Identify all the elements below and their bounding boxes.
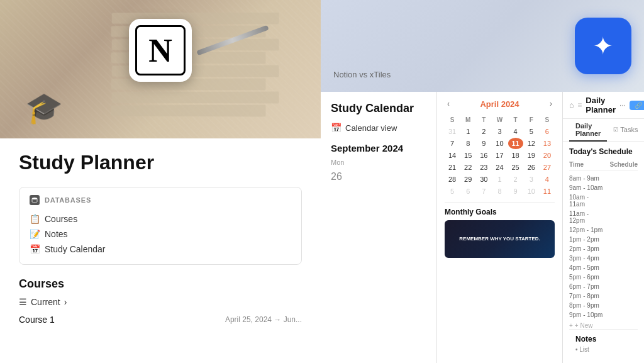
cal-cell[interactable]: 2 (476, 126, 491, 137)
chevron-down-icon: › (64, 297, 67, 307)
databases-section: DATABASES 📋 Courses 📝 Notes 📅 Study Cale… (19, 187, 302, 265)
cal-cell[interactable]: 8 (492, 186, 507, 197)
schedule-row[interactable]: 7pm - 8pm (569, 291, 638, 301)
cal-cell[interactable]: 9 (508, 186, 523, 197)
cal-header-fri: F (524, 114, 539, 125)
cal-cell[interactable]: 10 (492, 138, 507, 149)
cal-cell[interactable]: 5 (524, 126, 539, 137)
cal-cell[interactable]: 12 (524, 138, 539, 149)
cal-cell[interactable]: 3 (492, 126, 507, 137)
cal-header-sat: S (540, 114, 555, 125)
cal-cell[interactable]: 7 (476, 186, 491, 197)
tab-tasks-label: Tasks (620, 126, 638, 133)
cal-cell[interactable]: 29 (460, 174, 475, 185)
cal-cell[interactable]: 11 (540, 186, 555, 197)
time-slot: 4pm - 5pm (569, 264, 604, 271)
cal-cell[interactable]: 4 (540, 174, 555, 185)
time-slot: 7pm - 8pm (569, 293, 604, 299)
cal-cell[interactable]: 6 (460, 186, 475, 197)
cal-cell[interactable]: 6 (540, 126, 555, 137)
course-item[interactable]: Course 1 April 25, 2024 → Jun... (19, 312, 302, 327)
cal-cell[interactable]: 7 (445, 138, 460, 149)
schedule-row[interactable]: 5pm - 6pm (569, 272, 638, 282)
cal-cell[interactable]: 28 (445, 174, 460, 185)
cal-cell[interactable]: 24 (492, 162, 507, 173)
list-icon: ☰ (19, 297, 27, 307)
cal-cell[interactable]: 5 (445, 186, 460, 197)
cal-cell[interactable]: 20 (540, 150, 555, 161)
schedule-row[interactable]: 4pm - 5pm (569, 263, 638, 272)
tab-daily-planner[interactable]: Daily Planner (569, 119, 607, 142)
schedule-row[interactable]: 8pm - 9pm (569, 301, 638, 310)
schedule-row[interactable]: 8am - 9am (569, 174, 638, 183)
svg-point-0 (32, 198, 37, 199)
schedule-rows: 8am - 9am9am - 10am10am - 11am11am - 12p… (569, 174, 638, 320)
notes-icon: 📝 (30, 229, 40, 239)
cal-cell[interactable]: 15 (460, 150, 475, 161)
cal-cell[interactable]: 8 (460, 138, 475, 149)
cal-next-button[interactable]: › (547, 98, 555, 109)
xtiles-panel: ✦ Notion vs xTiles (321, 0, 644, 92)
time-col-header: Time (569, 161, 597, 168)
database-icon (30, 195, 40, 205)
time-slot: 3pm - 4pm (569, 255, 604, 262)
tab-tasks[interactable]: ☑ Tasks (607, 119, 644, 142)
cal-cell[interactable]: 16 (476, 150, 491, 161)
cal-cell[interactable]: 22 (460, 162, 475, 173)
course-date: April 25, 2024 → Jun... (225, 315, 302, 324)
graduation-cap-icon: 🎓 (25, 91, 63, 126)
bottom-right: Study Calendar 📅 Calendar view September… (321, 92, 644, 363)
schedule-row[interactable]: 9am - 10am (569, 183, 638, 193)
cal-cell[interactable]: 19 (524, 150, 539, 161)
cal-cell[interactable]: 27 (540, 162, 555, 173)
cal-cell[interactable]: 23 (476, 162, 491, 173)
calendar-icon: 📅 (331, 123, 341, 133)
schedule-row[interactable]: 10am - 11am (569, 193, 638, 209)
mini-calendar: ‹ April 2024 › S M T W T F S 31 1 2 (445, 98, 555, 197)
cal-cell[interactable]: 10 (524, 186, 539, 197)
cal-cell[interactable]: 30 (476, 174, 491, 185)
schedule-row[interactable]: 1pm - 2pm (569, 235, 638, 244)
cal-cell[interactable]: 21 (445, 162, 460, 173)
goals-text: REMEMBER WHY YOU STARTED. (457, 233, 542, 245)
cal-cell[interactable]: 17 (492, 150, 507, 161)
cal-cell[interactable]: 1 (492, 174, 507, 185)
share-icon: 🔗 (635, 102, 642, 109)
cal-cell[interactable]: 18 (508, 150, 523, 161)
cal-cell[interactable]: 14 (445, 150, 460, 161)
cal-cell[interactable]: 13 (540, 138, 555, 149)
cal-cell[interactable]: 9 (476, 138, 491, 149)
schedule-row[interactable]: 12pm - 1pm (569, 225, 638, 235)
time-slot: 8pm - 9pm (569, 302, 604, 309)
cal-cell[interactable]: 26 (524, 162, 539, 173)
calendar-view-button[interactable]: 📅 Calendar view (331, 123, 426, 133)
new-schedule-button[interactable]: + + New (569, 322, 638, 329)
courses-dropdown[interactable]: ☰ Current › (19, 297, 302, 307)
cal-cell[interactable]: 31 (445, 126, 460, 137)
schedule-row[interactable]: 6pm - 7pm (569, 282, 638, 291)
schedule-row[interactable]: 11am - 12pm (569, 209, 638, 225)
cal-header-thu: T (508, 114, 523, 125)
cal-cell[interactable]: 3 (524, 174, 539, 185)
mini-cal-header: ‹ April 2024 › (445, 98, 555, 109)
share-button[interactable]: 🔗 Share (630, 101, 644, 110)
xtiles-logo: ✦ (575, 18, 631, 74)
home-icon[interactable]: ⌂ (569, 101, 574, 109)
topbar-dots[interactable]: ··· (619, 101, 626, 109)
schedule-row[interactable]: 2pm - 3pm (569, 244, 638, 254)
schedule-row[interactable]: 3pm - 4pm (569, 254, 638, 263)
cal-header-sun: S (445, 114, 460, 125)
cal-cell[interactable]: 4 (508, 126, 523, 137)
schedule-row[interactable]: 9pm - 10pm (569, 310, 638, 320)
time-slot: 9am - 10am (569, 184, 604, 191)
db-item-courses[interactable]: 📋 Courses (30, 211, 291, 226)
cal-prev-button[interactable]: ‹ (445, 98, 452, 109)
cal-cell[interactable]: 1 (460, 126, 475, 137)
db-item-notes[interactable]: 📝 Notes (30, 226, 291, 242)
vs-text: Notion vs xTiles (333, 70, 391, 79)
cal-cell[interactable]: 2 (508, 174, 523, 185)
cal-cell[interactable]: 25 (508, 162, 523, 173)
db-item-study-calendar[interactable]: 📅 Study Calendar (30, 242, 291, 257)
cal-today-cell[interactable]: 11 (508, 138, 523, 149)
left-content: Study Planner DATABASES 📋 Courses 📝 Note… (0, 138, 321, 346)
